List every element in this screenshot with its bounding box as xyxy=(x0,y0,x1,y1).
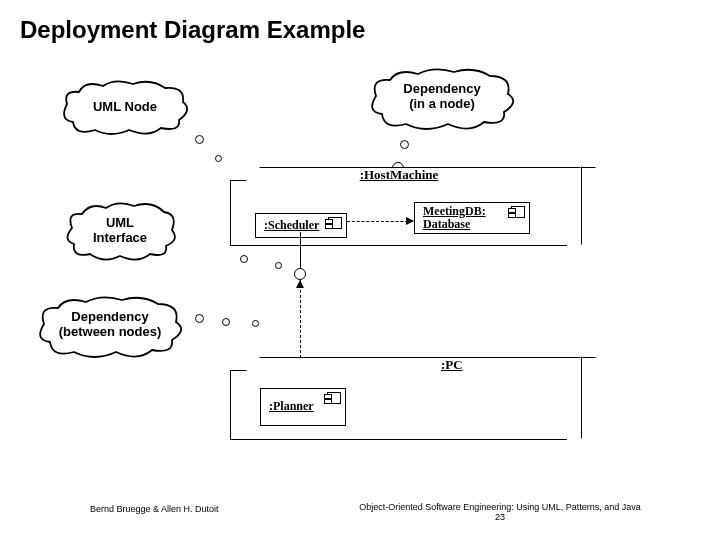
footer-authors: Bernd Bruegge & Allen H. Dutoit xyxy=(90,504,219,514)
component-icon xyxy=(327,392,341,404)
bubble-icon xyxy=(222,318,230,326)
interface-stick xyxy=(300,232,301,268)
callout-uml-interface: UML Interface xyxy=(60,202,180,264)
bubble-icon xyxy=(195,314,204,323)
bubble-icon xyxy=(275,262,282,269)
component-planner: :Planner xyxy=(260,388,346,426)
footer-book: Object-Oriented Software Engineering: Us… xyxy=(340,502,660,522)
arrowhead-icon xyxy=(296,280,304,288)
component-icon xyxy=(511,206,525,218)
lollipop-icon xyxy=(294,268,306,280)
bubble-icon xyxy=(240,255,248,263)
bubble-icon xyxy=(215,155,222,162)
callout-uml-node: UML Node xyxy=(55,80,195,136)
bubble-icon xyxy=(400,140,409,149)
component-scheduler: :Scheduler xyxy=(255,213,347,238)
component-icon xyxy=(328,217,342,229)
bubble-icon xyxy=(252,320,259,327)
arrowhead-icon xyxy=(406,217,414,225)
callout-dependency-in-node: Dependency (in a node) xyxy=(362,68,522,132)
slide-title: Deployment Diagram Example xyxy=(20,16,365,44)
callout-dependency-between-nodes: Dependency (between nodes) xyxy=(30,296,190,360)
component-meetingdb: MeetingDB: Database xyxy=(414,202,530,234)
dependency-arrow xyxy=(347,221,413,222)
bubble-icon xyxy=(195,135,204,144)
